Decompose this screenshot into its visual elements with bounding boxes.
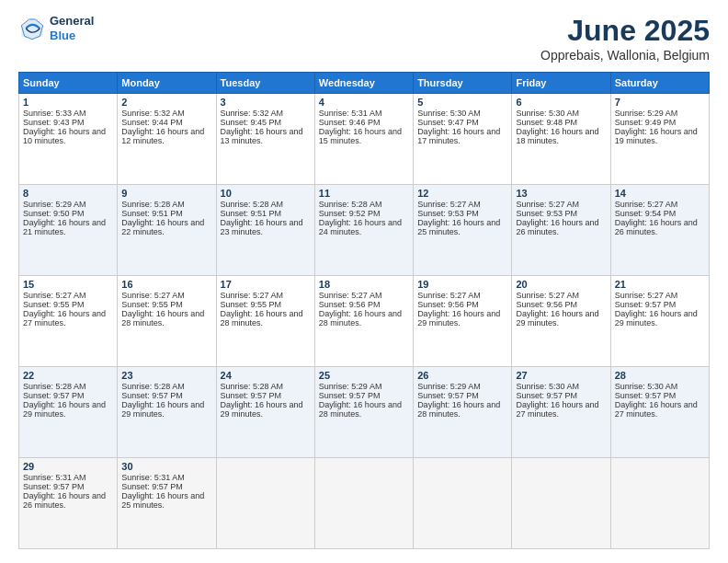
location: Opprebais, Wallonia, Belgium [540, 48, 710, 63]
weekday-header-thursday: Thursday [414, 73, 512, 94]
day-info: Sunrise: 5:30 AMSunset: 9:57 PMDaylight:… [615, 382, 698, 419]
day-number: 26 [417, 370, 507, 381]
day-info: Sunrise: 5:31 AMSunset: 9:57 PMDaylight:… [121, 473, 204, 510]
day-number: 1 [23, 97, 113, 108]
calendar-week-row: 22Sunrise: 5:28 AMSunset: 9:57 PMDayligh… [19, 367, 710, 458]
day-info: Sunrise: 5:27 AMSunset: 9:53 PMDaylight:… [516, 200, 598, 236]
calendar-cell: 25Sunrise: 5:29 AMSunset: 9:57 PMDayligh… [314, 367, 413, 458]
logo-line2: Blue [50, 29, 94, 43]
day-number: 25 [319, 370, 409, 381]
day-info: Sunrise: 5:30 AMSunset: 9:47 PMDaylight:… [417, 109, 500, 145]
weekday-header-tuesday: Tuesday [216, 73, 314, 94]
title-block: June 2025 Opprebais, Wallonia, Belgium [540, 14, 710, 63]
calendar-table: SundayMondayTuesdayWednesdayThursdayFrid… [18, 72, 710, 549]
day-number: 28 [615, 370, 705, 381]
calendar-cell: 28Sunrise: 5:30 AMSunset: 9:57 PMDayligh… [610, 367, 709, 458]
calendar-cell: 2Sunrise: 5:32 AMSunset: 9:44 PMDaylight… [118, 94, 216, 185]
day-number: 16 [121, 279, 211, 290]
weekday-header-wednesday: Wednesday [314, 73, 413, 94]
day-number: 18 [319, 279, 409, 290]
calendar-cell [414, 458, 512, 549]
day-info: Sunrise: 5:32 AMSunset: 9:44 PMDaylight:… [121, 109, 204, 145]
day-number: 13 [516, 188, 606, 199]
day-number: 29 [23, 461, 113, 472]
calendar-week-row: 29Sunrise: 5:31 AMSunset: 9:57 PMDayligh… [19, 458, 710, 549]
calendar-cell: 7Sunrise: 5:29 AMSunset: 9:49 PMDaylight… [610, 94, 709, 185]
calendar-cell: 10Sunrise: 5:28 AMSunset: 9:51 PMDayligh… [216, 185, 314, 276]
day-number: 4 [319, 97, 409, 108]
day-info: Sunrise: 5:28 AMSunset: 9:52 PMDaylight:… [319, 200, 402, 236]
day-info: Sunrise: 5:30 AMSunset: 9:57 PMDaylight:… [516, 382, 598, 419]
weekday-header-monday: Monday [118, 73, 216, 94]
calendar-cell: 5Sunrise: 5:30 AMSunset: 9:47 PMDaylight… [414, 94, 512, 185]
day-number: 7 [615, 97, 705, 108]
day-number: 19 [417, 279, 507, 290]
weekday-header-row: SundayMondayTuesdayWednesdayThursdayFrid… [19, 73, 710, 94]
day-info: Sunrise: 5:29 AMSunset: 9:49 PMDaylight:… [615, 109, 698, 145]
day-info: Sunrise: 5:31 AMSunset: 9:46 PMDaylight:… [319, 109, 402, 145]
calendar-cell: 1Sunrise: 5:33 AMSunset: 9:43 PMDaylight… [19, 94, 118, 185]
calendar-cell: 16Sunrise: 5:27 AMSunset: 9:55 PMDayligh… [118, 276, 216, 367]
month-title: June 2025 [540, 14, 710, 48]
weekday-header-saturday: Saturday [610, 73, 709, 94]
calendar-cell: 3Sunrise: 5:32 AMSunset: 9:45 PMDaylight… [216, 94, 314, 185]
day-info: Sunrise: 5:27 AMSunset: 9:55 PMDaylight:… [121, 291, 204, 327]
calendar-cell: 8Sunrise: 5:29 AMSunset: 9:50 PMDaylight… [19, 185, 118, 276]
day-info: Sunrise: 5:29 AMSunset: 9:50 PMDaylight:… [23, 200, 106, 236]
calendar-week-row: 15Sunrise: 5:27 AMSunset: 9:55 PMDayligh… [19, 276, 710, 367]
day-info: Sunrise: 5:27 AMSunset: 9:56 PMDaylight:… [417, 291, 500, 327]
day-info: Sunrise: 5:28 AMSunset: 9:57 PMDaylight:… [23, 382, 106, 419]
calendar-cell: 29Sunrise: 5:31 AMSunset: 9:57 PMDayligh… [19, 458, 118, 549]
day-info: Sunrise: 5:32 AMSunset: 9:45 PMDaylight:… [221, 109, 303, 145]
day-info: Sunrise: 5:28 AMSunset: 9:57 PMDaylight:… [121, 382, 204, 419]
day-number: 17 [221, 279, 311, 290]
day-info: Sunrise: 5:30 AMSunset: 9:48 PMDaylight:… [516, 109, 598, 145]
day-number: 2 [121, 97, 211, 108]
logo-text: General Blue [50, 14, 94, 42]
day-info: Sunrise: 5:27 AMSunset: 9:55 PMDaylight:… [23, 291, 106, 327]
day-info: Sunrise: 5:27 AMSunset: 9:54 PMDaylight:… [615, 200, 698, 236]
day-number: 3 [221, 97, 311, 108]
day-info: Sunrise: 5:28 AMSunset: 9:51 PMDaylight:… [121, 200, 204, 236]
day-number: 22 [23, 370, 113, 381]
calendar-cell: 4Sunrise: 5:31 AMSunset: 9:46 PMDaylight… [314, 94, 413, 185]
calendar-cell: 15Sunrise: 5:27 AMSunset: 9:55 PMDayligh… [19, 276, 118, 367]
day-number: 12 [417, 188, 507, 199]
calendar-cell: 9Sunrise: 5:28 AMSunset: 9:51 PMDaylight… [118, 185, 216, 276]
calendar-cell: 11Sunrise: 5:28 AMSunset: 9:52 PMDayligh… [314, 185, 413, 276]
day-number: 14 [615, 188, 705, 199]
day-info: Sunrise: 5:28 AMSunset: 9:57 PMDaylight:… [221, 382, 303, 419]
calendar-cell: 20Sunrise: 5:27 AMSunset: 9:56 PMDayligh… [512, 276, 610, 367]
page: General Blue June 2025 Opprebais, Wallon… [0, 0, 728, 563]
day-number: 24 [221, 370, 311, 381]
day-info: Sunrise: 5:27 AMSunset: 9:56 PMDaylight:… [516, 291, 598, 327]
calendar-cell [512, 458, 610, 549]
day-info: Sunrise: 5:29 AMSunset: 9:57 PMDaylight:… [417, 382, 500, 419]
day-number: 30 [121, 461, 211, 472]
calendar-week-row: 1Sunrise: 5:33 AMSunset: 9:43 PMDaylight… [19, 94, 710, 185]
calendar-cell: 19Sunrise: 5:27 AMSunset: 9:56 PMDayligh… [414, 276, 512, 367]
day-info: Sunrise: 5:27 AMSunset: 9:57 PMDaylight:… [615, 291, 698, 327]
day-info: Sunrise: 5:29 AMSunset: 9:57 PMDaylight:… [319, 382, 402, 419]
calendar-cell: 18Sunrise: 5:27 AMSunset: 9:56 PMDayligh… [314, 276, 413, 367]
day-info: Sunrise: 5:27 AMSunset: 9:53 PMDaylight:… [417, 200, 500, 236]
day-number: 23 [121, 370, 211, 381]
calendar-cell: 12Sunrise: 5:27 AMSunset: 9:53 PMDayligh… [414, 185, 512, 276]
calendar-cell: 13Sunrise: 5:27 AMSunset: 9:53 PMDayligh… [512, 185, 610, 276]
logo: General Blue [18, 14, 94, 42]
calendar-cell: 6Sunrise: 5:30 AMSunset: 9:48 PMDaylight… [512, 94, 610, 185]
weekday-header-friday: Friday [512, 73, 610, 94]
day-number: 8 [23, 188, 113, 199]
logo-icon [18, 15, 46, 42]
calendar-cell [216, 458, 314, 549]
day-number: 5 [417, 97, 507, 108]
calendar-cell: 30Sunrise: 5:31 AMSunset: 9:57 PMDayligh… [118, 458, 216, 549]
calendar-cell [314, 458, 413, 549]
calendar-cell: 14Sunrise: 5:27 AMSunset: 9:54 PMDayligh… [610, 185, 709, 276]
day-info: Sunrise: 5:27 AMSunset: 9:56 PMDaylight:… [319, 291, 402, 327]
calendar-cell [610, 458, 709, 549]
weekday-header-sunday: Sunday [19, 73, 118, 94]
day-info: Sunrise: 5:27 AMSunset: 9:55 PMDaylight:… [221, 291, 303, 327]
day-number: 10 [221, 188, 311, 199]
calendar-week-row: 8Sunrise: 5:29 AMSunset: 9:50 PMDaylight… [19, 185, 710, 276]
